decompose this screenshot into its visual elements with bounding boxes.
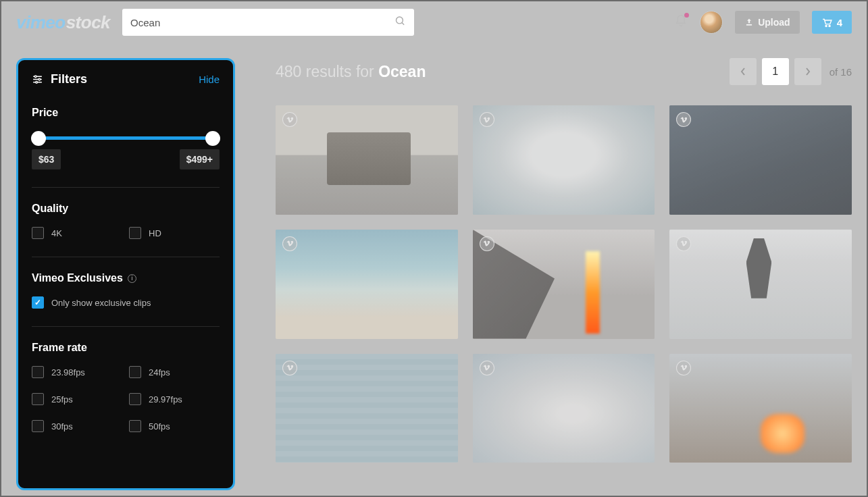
quality-title: Quality (32, 203, 220, 215)
filters-panel: Filters Hide Price $63 $499+ Quality 4K (16, 58, 235, 490)
checkbox-icon (129, 366, 141, 378)
info-icon[interactable]: i (128, 274, 136, 283)
framerate-option[interactable]: 50fps (129, 420, 220, 432)
upload-icon (744, 18, 754, 27)
svg-line-1 (402, 22, 404, 24)
quality-option-4k[interactable]: 4K (32, 227, 122, 239)
vimeo-badge-icon (282, 361, 297, 375)
sliders-icon (32, 74, 43, 85)
vimeo-badge-icon (480, 236, 494, 251)
framerate-option[interactable]: 23.98fps (32, 366, 122, 378)
logo-vimeo: vimeo (16, 12, 66, 33)
vimeo-badge-icon (480, 112, 494, 127)
cart-icon (821, 18, 833, 28)
results-area: 480 results for Ocean 1 of 16 (276, 58, 852, 490)
svg-point-3 (825, 25, 827, 26)
checkbox-icon (129, 227, 141, 239)
exclusives-label: Only show exclusive clips (51, 298, 151, 308)
svg-point-8 (34, 76, 36, 78)
filters-header: Filters Hide (32, 72, 220, 86)
result-card[interactable] (276, 354, 458, 463)
chevron-right-icon (805, 68, 811, 76)
upload-label: Upload (758, 17, 790, 28)
framerate-option[interactable]: 30fps (32, 420, 122, 432)
result-card[interactable] (473, 354, 655, 463)
filter-section-quality: Quality 4K HD (32, 203, 220, 257)
price-title: Price (32, 107, 220, 119)
checkbox-icon (32, 366, 44, 378)
filters-title: Filters (32, 72, 87, 86)
checkbox-icon (32, 227, 44, 239)
cart-button[interactable]: 4 (812, 11, 852, 34)
svg-point-9 (39, 78, 41, 80)
notifications-icon[interactable] (674, 14, 688, 30)
logo-stock: stock (66, 12, 110, 33)
result-card[interactable] (669, 354, 852, 463)
vimeo-badge-icon (676, 361, 691, 375)
price-max: $499+ (180, 149, 220, 169)
hide-filters-link[interactable]: Hide (199, 74, 220, 85)
framerate-option[interactable]: 25fps (32, 393, 122, 405)
header-right: Upload 4 (674, 11, 852, 34)
price-min: $63 (32, 149, 61, 169)
quality-label: HD (149, 228, 161, 238)
price-slider-min-handle[interactable] (31, 131, 46, 146)
search-wrap (122, 9, 414, 36)
result-card[interactable] (473, 105, 655, 215)
chevron-left-icon (740, 68, 746, 76)
pager-current-page[interactable]: 1 (762, 58, 789, 85)
price-slider[interactable] (39, 136, 213, 140)
filter-section-exclusives: Vimeo Exclusives i Only show exclusive c… (32, 272, 220, 327)
framerate-option[interactable]: 24fps (129, 366, 220, 378)
svg-point-10 (36, 81, 38, 83)
vimeo-badge-icon (676, 112, 691, 127)
upload-button[interactable]: Upload (735, 11, 799, 34)
checkbox-icon (129, 420, 141, 432)
results-grid (276, 105, 852, 463)
pager-next-button[interactable] (794, 58, 821, 85)
results-header: 480 results for Ocean 1 of 16 (276, 58, 852, 85)
svg-point-0 (397, 17, 403, 24)
app-header: vimeo stock Upload 4 (1, 1, 867, 43)
vimeo-badge-icon (676, 236, 691, 251)
pager-prev-button[interactable] (730, 58, 757, 85)
framerate-option[interactable]: 29.97fps (129, 393, 220, 405)
checkbox-icon (32, 420, 44, 432)
quality-label: 4K (51, 228, 62, 238)
checkbox-icon (32, 393, 44, 405)
pager-total: of 16 (829, 66, 852, 78)
price-slider-max-handle[interactable] (205, 131, 220, 146)
framerate-title: Frame rate (32, 342, 220, 354)
result-card[interactable] (669, 105, 852, 215)
quality-option-hd[interactable]: HD (129, 227, 220, 239)
vimeo-badge-icon (282, 112, 297, 127)
vimeo-badge-icon (480, 361, 494, 375)
exclusives-title: Vimeo Exclusives i (32, 272, 220, 284)
filter-section-framerate: Frame rate 23.98fps 24fps 25fps 29.97fps… (32, 342, 220, 432)
search-input[interactable] (122, 9, 414, 36)
checkbox-icon (32, 296, 44, 309)
result-card[interactable] (276, 105, 458, 215)
cart-count: 4 (837, 17, 842, 28)
pager: 1 of 16 (730, 58, 852, 85)
result-card[interactable] (276, 230, 458, 339)
checkbox-icon (129, 393, 141, 405)
svg-rect-2 (746, 24, 752, 26)
filter-section-price: Price $63 $499+ (32, 107, 220, 188)
logo[interactable]: vimeo stock (16, 12, 110, 33)
exclusives-option[interactable]: Only show exclusive clips (32, 296, 220, 309)
result-card[interactable] (669, 230, 852, 339)
search-icon[interactable] (394, 16, 406, 30)
price-labels: $63 $499+ (32, 149, 220, 169)
notification-dot (684, 13, 689, 18)
result-card[interactable] (473, 230, 655, 339)
results-count: 480 results for Ocean (276, 63, 426, 81)
avatar[interactable] (700, 11, 723, 34)
svg-point-4 (829, 25, 830, 26)
vimeo-badge-icon (282, 236, 297, 251)
